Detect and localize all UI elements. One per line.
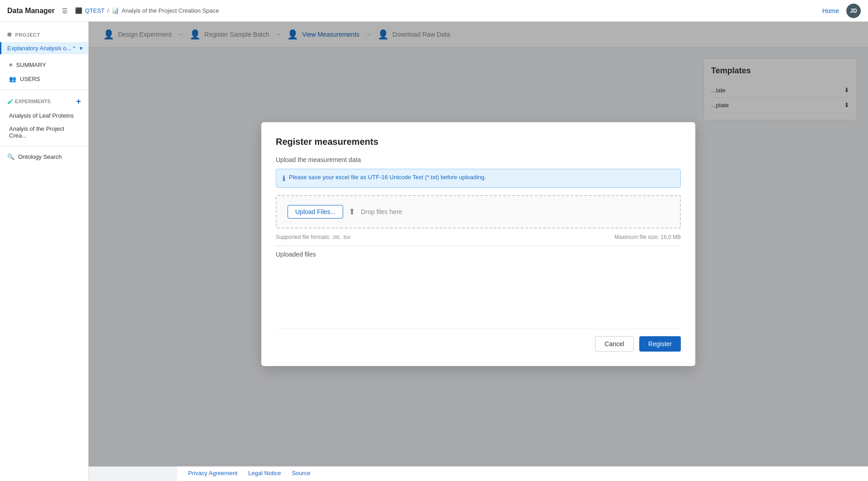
max-file-size: Maximum file size: 16.0 MB (614, 234, 681, 240)
sidebar-item-summary[interactable]: ≡ SUMMARY (0, 58, 88, 72)
breadcrumb-project[interactable]: QTEST (85, 7, 104, 14)
home-link[interactable]: Home (822, 7, 839, 14)
legal-notice-link[interactable]: Legal Notice (248, 470, 281, 476)
footer: Privacy Agreement Legal Notice Source (177, 465, 868, 481)
sidebar-item-ontology[interactable]: 🔍 Ontology Search (0, 150, 88, 164)
info-icon: ℹ (283, 174, 285, 183)
sidebar-exp-project-creation[interactable]: Analyis of the Project Crea... (0, 122, 88, 142)
sidebar-exp-leaf-proteins[interactable]: Analysis of Leaf Proteins (0, 109, 88, 122)
sidebar-project-label: PROJECT (15, 32, 40, 38)
breadcrumb: ⬛ QTEST / 📊 Analyis of the Project Creat… (75, 7, 219, 14)
register-button[interactable]: Register (639, 336, 681, 352)
chevron-icon: ▾ (80, 45, 83, 52)
modal-overlay: Register measurements Upload the measure… (89, 22, 868, 467)
breadcrumb-separator: / (107, 7, 109, 14)
modal-footer: Cancel Register (276, 329, 681, 352)
page-body: Templates ...late ⬇ ...plate ⬇ Register … (89, 48, 868, 465)
supported-formats: Supported file formats: .txt, .tsv (276, 234, 350, 240)
upload-meta: Supported file formats: .txt, .tsv Maxim… (276, 234, 681, 240)
project-section-icon: ⊞ (7, 32, 12, 38)
menu-icon[interactable]: ☰ (62, 7, 68, 14)
sidebar-experiments-header: 🧪 EXPERIMENTS + (0, 94, 88, 109)
topbar: Data Manager ☰ ⬛ QTEST / 📊 Analyis of th… (0, 0, 868, 22)
search-icon: 🔍 (7, 153, 14, 160)
upload-files-button[interactable]: Upload Files... (288, 205, 343, 219)
uploaded-files-list (276, 260, 681, 314)
modal-info-box: ℹ Please save your excel file as UTF-16 … (276, 169, 681, 188)
main-layout: ⊞ PROJECT Explanatory Analysis o... * ▾ … (0, 22, 868, 481)
privacy-agreement-link[interactable]: Privacy Agreement (188, 470, 237, 476)
experiment-icon: 📊 (112, 7, 119, 14)
sidebar-section-project[interactable]: ⊞ PROJECT (0, 29, 88, 40)
app-title: Data Manager (7, 7, 55, 15)
experiments-label: 🧪 EXPERIMENTS (7, 99, 51, 105)
modal-title: Register measurements (276, 137, 681, 147)
upload-icon: ⬆ (349, 207, 355, 217)
avatar: JD (846, 4, 861, 18)
source-link[interactable]: Source (292, 470, 310, 476)
add-experiment-button[interactable]: + (76, 97, 81, 105)
project-icon: ⬛ (75, 7, 82, 14)
sidebar-divider-2 (0, 146, 88, 146)
drop-files-text: Drop files here (361, 208, 402, 215)
summary-icon: ≡ (9, 62, 13, 68)
users-icon: 👥 (9, 76, 16, 82)
modal-upload-label: Upload the measurement data (276, 156, 681, 163)
sidebar-item-users[interactable]: 👥 USERS (0, 72, 88, 86)
sidebar-divider (0, 90, 88, 90)
content-area: 👤 Design Experiment → 👤 Register Sample … (89, 22, 868, 481)
register-measurements-modal: Register measurements Upload the measure… (261, 122, 695, 366)
breadcrumb-experiment: Analyis of the Project Creation Space (122, 7, 219, 14)
flask-icon: 🧪 (7, 99, 14, 104)
sidebar-project-name[interactable]: Explanatory Analysis o... * ▾ (0, 42, 88, 54)
modal-info-text: Please save your excel file as UTF-16 Un… (289, 174, 486, 181)
uploaded-files-label: Uploaded files (276, 246, 681, 258)
sidebar: ⊞ PROJECT Explanatory Analysis o... * ▾ … (0, 22, 89, 481)
cancel-button[interactable]: Cancel (595, 336, 634, 352)
upload-area[interactable]: Upload Files... ⬆ Drop files here (276, 195, 681, 229)
